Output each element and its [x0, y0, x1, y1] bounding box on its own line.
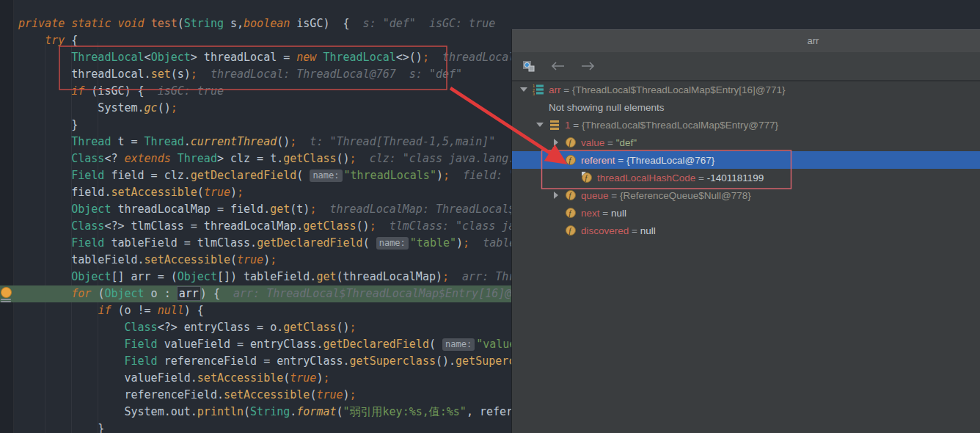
ide-window: private static void test(String s,boolea…	[0, 0, 980, 433]
variable-name: arr	[549, 84, 561, 95]
field-icon: f	[565, 154, 577, 166]
expander-spacer	[550, 207, 562, 219]
chevron-down-icon[interactable]	[534, 119, 546, 131]
chevron-right-icon[interactable]	[550, 137, 562, 148]
field-icon: f	[565, 137, 577, 148]
svg-text:3: 3	[533, 92, 535, 95]
equals-sign: =	[571, 120, 582, 131]
panel-title-bar: arr	[512, 29, 980, 52]
array-icon: 123	[533, 84, 544, 95]
tree-row-referent[interactable]: freferent = {ThreadLocal@767}	[512, 151, 980, 169]
exec-bar-icon	[1, 301, 11, 302]
variable-value: {ThreadLocal$ThreadLocalMap$Entry[16]@77…	[572, 84, 786, 95]
variable-value: {ThreadLocal@767}	[626, 155, 714, 166]
variable-name: 1	[565, 120, 571, 131]
equals-sign: =	[695, 172, 706, 183]
equals-sign: =	[600, 208, 611, 219]
variable-name: discovered	[581, 225, 629, 236]
equals-sign: =	[609, 190, 620, 201]
list-icon	[549, 119, 560, 131]
breakpoint-dot-icon	[1, 287, 12, 298]
param-name-inlay-hint: name:	[442, 338, 475, 351]
field-icon: f	[565, 207, 577, 219]
tree-row-queue[interactable]: fqueue = {ReferenceQueue$Null@778}	[512, 186, 980, 204]
back-arrow-icon[interactable]	[550, 58, 566, 74]
expander-spacer	[550, 225, 562, 236]
tree-note[interactable]: Not showing null elements	[512, 98, 980, 116]
param-name-inlay-hint: name:	[376, 237, 409, 250]
variable-name: value	[581, 137, 604, 148]
variable-name: next	[581, 208, 600, 219]
variables-tree: 123arr = {ThreadLocal$ThreadLocalMap$Ent…	[512, 81, 980, 433]
exec-bar-icon	[1, 299, 11, 300]
chevron-down-icon[interactable]	[550, 154, 562, 166]
tree-row-discovered[interactable]: fdiscovered = null	[512, 222, 980, 239]
variable-value: -1401181199	[707, 172, 764, 183]
tree-row-value[interactable]: fvalue = "def"	[512, 134, 980, 151]
debug-variables-panel: arr 123arr = {ThreadLocal$ThreadLocalMap…	[511, 29, 980, 433]
variable-name: referent	[581, 155, 615, 166]
equals-sign: =	[615, 155, 626, 166]
panel-title: arr	[808, 35, 819, 46]
variable-value: null	[611, 208, 626, 219]
panel-toolbar	[512, 52, 980, 81]
chevron-right-icon[interactable]	[550, 189, 562, 201]
variable-value: null	[640, 225, 656, 236]
tree-row-next[interactable]: fnext = null	[512, 204, 980, 222]
variable-value: {ThreadLocal$ThreadLocalMap$Entry@777}	[582, 120, 778, 131]
equals-sign: =	[561, 84, 572, 95]
inspect-referrers-button[interactable]	[521, 58, 537, 74]
field-icon: f	[565, 189, 577, 201]
variable-name: threadLocalHashCode	[597, 172, 695, 183]
variable-value: "def"	[616, 137, 637, 148]
tree-note-label: Not showing null elements	[549, 102, 665, 113]
equals-sign: =	[629, 225, 640, 236]
execution-point-icon[interactable]	[1, 287, 11, 300]
field-dec-icon: f	[581, 172, 593, 183]
tree-row-1[interactable]: 1 = {ThreadLocal$ThreadLocalMap$Entry@77…	[512, 116, 980, 134]
tree-row-threadLocalHashCode[interactable]: fthreadLocalHashCode = -1401181199	[512, 169, 980, 186]
equals-sign: =	[604, 137, 615, 148]
variable-value: {ReferenceQueue$Null@778}	[620, 190, 751, 201]
chevron-down-icon[interactable]	[518, 84, 530, 95]
variable-name: queue	[581, 190, 609, 201]
field-icon: f	[565, 225, 577, 236]
expander-spacer	[566, 172, 578, 183]
forward-arrow-icon[interactable]	[579, 58, 596, 74]
tree-row-arr[interactable]: 123arr = {ThreadLocal$ThreadLocalMap$Ent…	[512, 81, 980, 98]
param-name-inlay-hint: name:	[310, 170, 342, 182]
